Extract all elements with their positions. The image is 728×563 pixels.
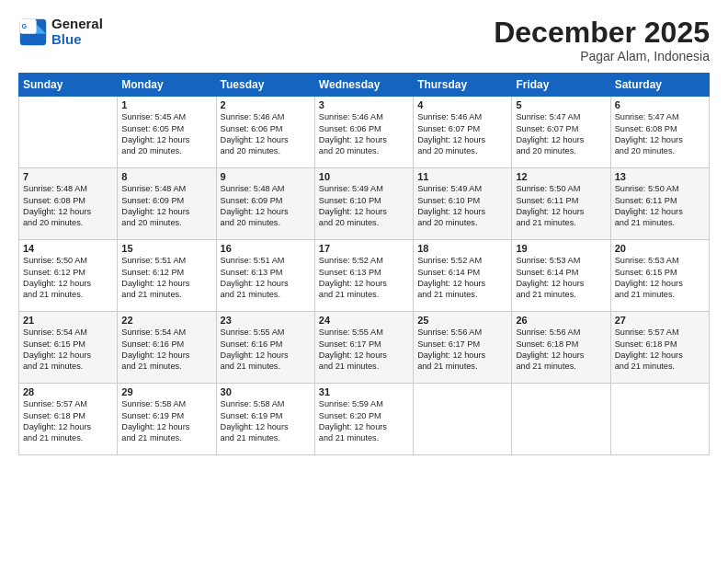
day-cell: 10Sunrise: 5:49 AM Sunset: 6:10 PM Dayli… <box>314 168 413 240</box>
day-cell <box>19 97 118 168</box>
day-info: Sunrise: 5:57 AM Sunset: 6:18 PM Dayligh… <box>23 398 113 444</box>
day-number: 24 <box>319 315 409 326</box>
day-info: Sunrise: 5:58 AM Sunset: 6:19 PM Dayligh… <box>121 398 211 444</box>
day-number: 1 <box>121 99 211 110</box>
day-cell: 15Sunrise: 5:51 AM Sunset: 6:12 PM Dayli… <box>118 240 216 312</box>
week-row-1: 1Sunrise: 5:45 AM Sunset: 6:05 PM Daylig… <box>19 97 710 168</box>
day-cell: 20Sunrise: 5:53 AM Sunset: 6:15 PM Dayli… <box>610 240 709 312</box>
day-cell: 7Sunrise: 5:48 AM Sunset: 6:08 PM Daylig… <box>19 168 118 240</box>
day-number: 6 <box>615 99 705 110</box>
day-info: Sunrise: 5:49 AM Sunset: 6:10 PM Dayligh… <box>417 183 507 229</box>
day-info: Sunrise: 5:55 AM Sunset: 6:16 PM Dayligh… <box>221 327 311 373</box>
logo: G General Blue <box>18 17 103 47</box>
day-cell: 6Sunrise: 5:47 AM Sunset: 6:08 PM Daylig… <box>610 97 709 168</box>
day-number: 19 <box>516 243 606 254</box>
day-number: 22 <box>121 315 211 326</box>
header: G General Blue December 2025 Pagar Alam,… <box>18 17 710 63</box>
day-cell: 3Sunrise: 5:46 AM Sunset: 6:06 PM Daylig… <box>314 97 413 168</box>
day-info: Sunrise: 5:46 AM Sunset: 6:06 PM Dayligh… <box>319 111 409 157</box>
day-info: Sunrise: 5:51 AM Sunset: 6:12 PM Dayligh… <box>121 255 211 301</box>
day-cell: 4Sunrise: 5:46 AM Sunset: 6:07 PM Daylig… <box>414 97 512 168</box>
day-number: 15 <box>121 243 211 254</box>
day-number: 2 <box>221 99 311 110</box>
day-cell: 27Sunrise: 5:57 AM Sunset: 6:18 PM Dayli… <box>610 312 709 384</box>
svg-text:G: G <box>22 22 28 29</box>
day-info: Sunrise: 5:52 AM Sunset: 6:13 PM Dayligh… <box>319 255 409 301</box>
day-info: Sunrise: 5:56 AM Sunset: 6:18 PM Dayligh… <box>516 327 606 373</box>
day-cell: 23Sunrise: 5:55 AM Sunset: 6:16 PM Dayli… <box>216 312 314 384</box>
day-cell: 26Sunrise: 5:56 AM Sunset: 6:18 PM Dayli… <box>512 312 610 384</box>
location: Pagar Alam, Indonesia <box>494 49 710 63</box>
day-info: Sunrise: 5:45 AM Sunset: 6:05 PM Dayligh… <box>121 111 211 157</box>
day-number: 11 <box>417 171 507 182</box>
day-cell <box>610 384 709 455</box>
day-number: 10 <box>319 171 409 182</box>
day-number: 18 <box>417 243 507 254</box>
day-info: Sunrise: 5:53 AM Sunset: 6:14 PM Dayligh… <box>516 255 606 301</box>
week-row-2: 7Sunrise: 5:48 AM Sunset: 6:08 PM Daylig… <box>19 168 710 240</box>
day-number: 25 <box>417 315 507 326</box>
day-number: 7 <box>23 171 113 182</box>
day-cell: 5Sunrise: 5:47 AM Sunset: 6:07 PM Daylig… <box>512 97 610 168</box>
day-number: 20 <box>615 243 705 254</box>
day-info: Sunrise: 5:57 AM Sunset: 6:18 PM Dayligh… <box>615 327 705 373</box>
day-cell: 22Sunrise: 5:54 AM Sunset: 6:16 PM Dayli… <box>118 312 216 384</box>
day-info: Sunrise: 5:47 AM Sunset: 6:08 PM Dayligh… <box>615 111 705 157</box>
day-number: 9 <box>221 171 311 182</box>
day-cell: 24Sunrise: 5:55 AM Sunset: 6:17 PM Dayli… <box>314 312 413 384</box>
header-cell-tuesday: Tuesday <box>216 74 314 97</box>
day-number: 13 <box>615 171 705 182</box>
day-info: Sunrise: 5:48 AM Sunset: 6:09 PM Dayligh… <box>121 183 211 229</box>
day-cell: 14Sunrise: 5:50 AM Sunset: 6:12 PM Dayli… <box>19 240 118 312</box>
day-info: Sunrise: 5:52 AM Sunset: 6:14 PM Dayligh… <box>417 255 507 301</box>
logo-line2: Blue <box>51 31 82 47</box>
day-info: Sunrise: 5:54 AM Sunset: 6:16 PM Dayligh… <box>121 327 211 373</box>
day-info: Sunrise: 5:50 AM Sunset: 6:11 PM Dayligh… <box>615 183 705 229</box>
day-number: 29 <box>121 386 211 397</box>
week-row-4: 21Sunrise: 5:54 AM Sunset: 6:15 PM Dayli… <box>19 312 710 384</box>
day-cell: 11Sunrise: 5:49 AM Sunset: 6:10 PM Dayli… <box>414 168 512 240</box>
page: G General Blue December 2025 Pagar Alam,… <box>0 0 728 563</box>
day-cell: 12Sunrise: 5:50 AM Sunset: 6:11 PM Dayli… <box>512 168 610 240</box>
day-number: 3 <box>319 99 409 110</box>
day-number: 27 <box>615 315 705 326</box>
header-cell-sunday: Sunday <box>19 74 118 97</box>
day-number: 16 <box>221 243 311 254</box>
header-cell-wednesday: Wednesday <box>314 74 413 97</box>
day-number: 23 <box>221 315 311 326</box>
day-number: 8 <box>121 171 211 182</box>
day-cell: 1Sunrise: 5:45 AM Sunset: 6:05 PM Daylig… <box>118 97 216 168</box>
day-info: Sunrise: 5:48 AM Sunset: 6:08 PM Dayligh… <box>23 183 113 229</box>
day-info: Sunrise: 5:58 AM Sunset: 6:19 PM Dayligh… <box>221 398 311 444</box>
day-info: Sunrise: 5:46 AM Sunset: 6:06 PM Dayligh… <box>221 111 311 157</box>
day-cell: 17Sunrise: 5:52 AM Sunset: 6:13 PM Dayli… <box>314 240 413 312</box>
week-row-3: 14Sunrise: 5:50 AM Sunset: 6:12 PM Dayli… <box>19 240 710 312</box>
day-number: 26 <box>516 315 606 326</box>
calendar-table: SundayMondayTuesdayWednesdayThursdayFrid… <box>18 73 710 455</box>
day-info: Sunrise: 5:50 AM Sunset: 6:11 PM Dayligh… <box>516 183 606 229</box>
logo-line1: General <box>51 16 103 31</box>
day-info: Sunrise: 5:47 AM Sunset: 6:07 PM Dayligh… <box>516 111 606 157</box>
day-number: 5 <box>516 99 606 110</box>
day-cell: 19Sunrise: 5:53 AM Sunset: 6:14 PM Dayli… <box>512 240 610 312</box>
logo-text: General Blue <box>51 17 103 47</box>
header-row: SundayMondayTuesdayWednesdayThursdayFrid… <box>19 74 710 97</box>
day-number: 31 <box>319 386 409 397</box>
month-title: December 2025 <box>494 17 710 49</box>
day-info: Sunrise: 5:56 AM Sunset: 6:17 PM Dayligh… <box>417 327 507 373</box>
header-cell-monday: Monday <box>118 74 216 97</box>
day-cell: 29Sunrise: 5:58 AM Sunset: 6:19 PM Dayli… <box>118 384 216 455</box>
day-cell: 21Sunrise: 5:54 AM Sunset: 6:15 PM Dayli… <box>19 312 118 384</box>
week-row-5: 28Sunrise: 5:57 AM Sunset: 6:18 PM Dayli… <box>19 384 710 455</box>
day-number: 12 <box>516 171 606 182</box>
day-cell: 18Sunrise: 5:52 AM Sunset: 6:14 PM Dayli… <box>414 240 512 312</box>
day-info: Sunrise: 5:53 AM Sunset: 6:15 PM Dayligh… <box>615 255 705 301</box>
day-cell: 28Sunrise: 5:57 AM Sunset: 6:18 PM Dayli… <box>19 384 118 455</box>
day-cell: 9Sunrise: 5:48 AM Sunset: 6:09 PM Daylig… <box>216 168 314 240</box>
day-cell: 13Sunrise: 5:50 AM Sunset: 6:11 PM Dayli… <box>610 168 709 240</box>
day-number: 30 <box>221 386 311 397</box>
day-info: Sunrise: 5:48 AM Sunset: 6:09 PM Dayligh… <box>221 183 311 229</box>
day-info: Sunrise: 5:49 AM Sunset: 6:10 PM Dayligh… <box>319 183 409 229</box>
day-cell: 25Sunrise: 5:56 AM Sunset: 6:17 PM Dayli… <box>414 312 512 384</box>
day-number: 28 <box>23 386 113 397</box>
